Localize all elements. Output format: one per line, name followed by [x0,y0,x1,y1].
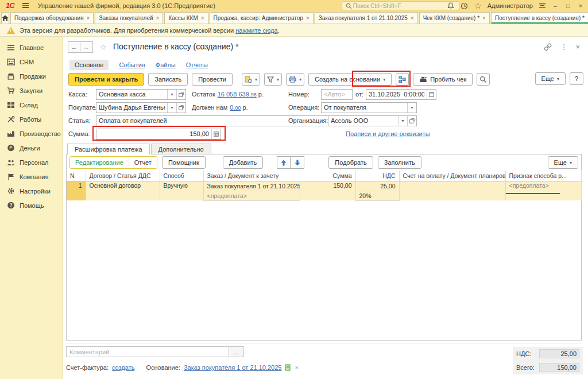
help-button[interactable]: ? [570,72,583,85]
dropdown-icon[interactable]: ▾ [167,90,176,99]
tab-close-icon[interactable]: × [411,15,414,21]
dropdown-icon[interactable]: ▾ [167,103,176,113]
customer-input[interactable] [96,104,167,111]
table-more-button[interactable]: Еще ▾ [548,156,578,169]
cashbox-field[interactable]: ▾ [96,89,186,100]
comment-input[interactable] [66,346,229,357]
open-icon[interactable] [407,116,416,126]
tab-additional[interactable]: Дополнительно [151,144,211,154]
forward-button[interactable]: → [80,41,93,53]
tab-payment-details[interactable]: Расшифровка платежа [67,144,150,154]
clear-basis-icon[interactable]: × [295,364,298,371]
get-link-icon[interactable] [544,43,552,51]
service-menu-icon[interactable] [537,1,547,10]
cell-order-sub[interactable]: <предоплата> [203,191,300,200]
sidebar-item-production[interactable]: Производство [0,126,63,141]
home-tab[interactable] [1,12,9,24]
cell-settlement-sign[interactable]: <предоплата> [505,181,581,200]
tab-equipment-support[interactable]: Поддержка оборудования× [10,12,94,24]
amount-input[interactable] [96,130,211,137]
operation-field[interactable]: ▾ [321,102,417,113]
cell-order[interactable]: Заказ покупателя 1 от 21.10.2025 [203,181,300,191]
tab-kkm-cashboxes[interactable]: Кассы ККМ× [164,12,208,24]
search-in-list-button[interactable] [477,73,490,86]
dropdown-icon[interactable]: ▾ [398,116,407,126]
print-check-button[interactable]: Пробить чек [413,73,473,86]
sidebar-item-warehouse[interactable]: Склад [0,98,63,112]
table-row[interactable]: 1 Основной договор Вручную Заказ покупат… [67,181,581,191]
favorite-star-icon[interactable]: ☆ [99,42,107,52]
tab-close-icon[interactable]: × [306,15,310,21]
signatures-details-link[interactable]: Подписи и другие реквизиты [346,130,430,137]
sidebar-item-crm[interactable]: CRM [0,55,63,69]
open-icon[interactable] [176,90,185,99]
tab-close-icon[interactable]: × [156,15,160,21]
search-input[interactable] [353,3,457,9]
save-button[interactable]: Записать [148,73,188,86]
organization-field[interactable]: ▾ [328,115,417,126]
add-row-button[interactable]: Добавить [223,156,264,169]
structure-button[interactable] [396,73,409,86]
sidebar-item-sales[interactable]: Продажи [0,69,63,83]
pick-button[interactable]: Подобрать [328,156,373,169]
post-and-close-button[interactable]: Провести и закрыть [68,73,144,86]
organization-input[interactable] [328,117,398,124]
form-more-button[interactable]: Еще ▾ [535,72,566,85]
copy-with-time-button[interactable]: ▾ [242,73,260,86]
nav-main[interactable]: Основное [69,60,109,70]
nav-events[interactable]: События [119,61,145,68]
create-invoice-link[interactable]: создать [112,364,134,371]
date-input[interactable] [366,91,427,98]
tab-close-icon[interactable]: × [87,15,90,21]
cell-vat[interactable]: 25,00 [355,181,399,191]
cell-amount[interactable]: 150,00 [300,181,355,200]
tab-kkm-check-new[interactable]: Чек ККМ (создание) *× [419,12,490,24]
comment-expand-button[interactable]: ... [229,346,244,357]
tab-close-icon[interactable]: × [201,15,204,21]
minimize-button[interactable]: – [551,2,559,9]
assistant-button[interactable]: Помощник [162,156,206,169]
cashbox-input[interactable] [96,91,167,98]
main-menu-icon[interactable] [22,3,29,8]
debt-link[interactable]: 0,00 [230,104,241,111]
tab-sale-cashier[interactable]: Продажа, кассир: Администратор× [210,12,314,24]
notifications-bell-icon[interactable] [446,1,455,10]
col-settlement-sign[interactable]: Признак способа р... [505,171,581,181]
col-contract[interactable]: Договор / Статья ДДС [86,171,160,181]
back-button[interactable]: ← [68,41,80,53]
basis-document-icon[interactable] [285,364,291,371]
report-mode-button[interactable]: Отчет [129,157,157,168]
tab-cash-receipt-new[interactable]: Поступление в кассу (создание) *× [491,12,588,24]
sidebar-item-money[interactable]: Р Деньги [0,141,63,155]
more-menu-kebab-icon[interactable]: ⋮ [560,42,567,51]
nav-files[interactable]: Файлы [156,61,176,68]
sidebar-item-help[interactable]: ? Помощь [0,198,63,212]
balance-link[interactable]: 16 058 639,98 [218,91,257,98]
create-based-on-button[interactable]: Создать на основании ▾ [308,73,392,86]
global-search[interactable] [342,1,459,10]
calculator-icon[interactable] [211,129,220,139]
tab-customer-order-1[interactable]: Заказ покупателя 1 от 21.10.2025× [315,12,418,24]
cell-account[interactable] [399,181,505,200]
open-icon[interactable] [176,103,185,113]
col-account[interactable]: Счет на оплату / Документ планирования [399,171,505,181]
cell-vat-rate[interactable]: 20% [355,191,399,200]
cell-method[interactable]: Вручную [160,181,203,200]
col-order[interactable]: Заказ / Документ к зачету [203,171,300,181]
tab-close-icon[interactable]: × [482,15,486,21]
sidebar-item-works[interactable]: Работы [0,112,63,126]
date-field[interactable] [366,89,436,100]
favorites-star-icon[interactable]: ☆ [474,1,483,10]
payment-details-table[interactable]: N Договор / Статья ДДС Способ Заказ / До… [67,171,582,201]
move-down-button[interactable] [291,156,304,169]
col-amount[interactable]: Сумма [300,171,355,181]
print-button[interactable]: ▾ [286,73,304,86]
nav-reports[interactable]: Отчеты [186,61,208,68]
move-up-button[interactable] [277,156,291,169]
sidebar-item-staff[interactable]: Персонал [0,155,63,169]
close-window-button[interactable]: × [577,2,585,9]
dropdown-icon[interactable]: ▾ [407,103,416,113]
cell-contract[interactable]: Основной договор [86,181,160,200]
close-form-icon[interactable]: × [575,42,580,51]
number-field[interactable] [321,89,353,100]
